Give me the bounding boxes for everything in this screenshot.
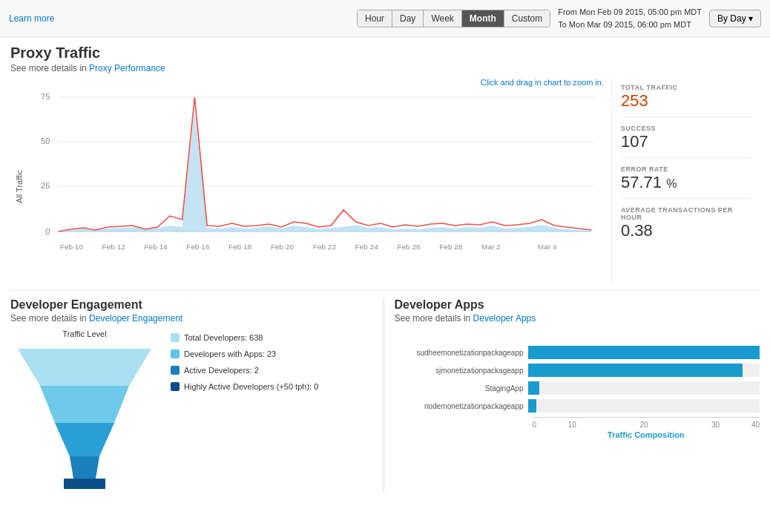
bar-label-1: sjmonetizationpackageapp	[395, 367, 528, 375]
dev-apps-link[interactable]: Developer Apps	[473, 313, 536, 324]
by-day-button[interactable]: By Day ▾	[709, 10, 761, 27]
date-range-line2: To Mon Mar 09 2015, 06:00 pm MDT	[558, 19, 702, 31]
legend-item-0: Total Developers: 638	[171, 329, 318, 346]
x-label-1: 10	[536, 421, 608, 429]
avg-transactions-value: 0.38	[621, 221, 751, 240]
developer-apps-section: Developer Apps See more details in Devel…	[384, 298, 760, 492]
bar-row-2: StagingApp	[395, 381, 760, 395]
date-range: From Mon Feb 09 2015, 05:00 pm MDT To Mo…	[558, 6, 702, 30]
funnel-area: Traffic Level	[10, 329, 376, 492]
bar-label-0: sudheemonetizationpackageapp	[395, 349, 528, 357]
total-traffic-stat: TOTAL TRAFFIC 253	[621, 84, 751, 117]
svg-marker-24	[70, 456, 99, 479]
total-traffic-value: 253	[621, 91, 751, 111]
traffic-chart-svg: 0 25 50 75 Feb 10 Feb 12 Feb 14 Feb 16 F…	[25, 90, 604, 283]
legend-text-3: Highly Active Developers (+50 tph): 0	[184, 378, 318, 395]
bar-track-3	[528, 399, 760, 413]
legend-item-3: Highly Active Developers (+50 tph): 0	[171, 378, 318, 395]
custom-button[interactable]: Custom	[504, 10, 550, 27]
day-button[interactable]: Day	[392, 10, 424, 27]
funnel-svg	[10, 341, 159, 490]
stats-panel: TOTAL TRAFFIC 253 SUCCESS 107 ERROR RATE…	[611, 78, 760, 283]
time-period-buttons: Hour Day Week Month Custom	[357, 10, 550, 27]
svg-text:Feb 28: Feb 28	[439, 243, 462, 250]
bar-row-1: sjmonetizationpackageapp	[395, 364, 760, 377]
svg-text:Feb 24: Feb 24	[355, 243, 379, 250]
funnel-title: Traffic Level	[10, 329, 159, 338]
zoom-hint: Click and drag in chart to zoom in.	[10, 78, 611, 87]
chart-container: All Traffic 0 25 50	[10, 90, 604, 283]
svg-marker-20	[59, 108, 592, 232]
dev-engagement-title: Developer Engagement	[10, 298, 376, 312]
proxy-traffic-title: Proxy Traffic	[10, 45, 760, 62]
svg-text:Feb 12: Feb 12	[102, 243, 125, 250]
dev-engagement-subtitle: See more details in Developer Engagement	[10, 313, 376, 324]
svg-text:Feb 20: Feb 20	[271, 243, 294, 250]
error-rate-stat: ERROR RATE 57.71 %	[621, 165, 751, 199]
error-rate-value: 57.71 %	[621, 173, 751, 192]
month-button[interactable]: Month	[462, 10, 504, 27]
traffic-comp-label: Traffic Composition	[533, 430, 760, 439]
svg-rect-25	[64, 479, 105, 489]
svg-text:25: 25	[41, 182, 50, 190]
top-bar: Learn more Hour Day Week Month Custom Fr…	[0, 0, 770, 37]
legend-text-0: Total Developers: 638	[184, 329, 263, 346]
svg-text:Mar 4: Mar 4	[538, 243, 557, 250]
svg-marker-23	[55, 423, 114, 456]
funnel-chart: Traffic Level	[10, 329, 159, 492]
dev-apps-title: Developer Apps	[395, 298, 760, 312]
svg-text:50: 50	[41, 137, 50, 145]
dev-apps-subtitle: See more details in Developer Apps	[395, 313, 760, 324]
avg-transactions-label: AVERAGE TRANSACTIONS PER HOUR	[621, 206, 751, 221]
svg-marker-22	[40, 386, 129, 423]
date-range-line1: From Mon Feb 09 2015, 05:00 pm MDT	[558, 6, 702, 19]
svg-text:Feb 14: Feb 14	[144, 243, 168, 250]
legend-color-3	[171, 382, 180, 391]
bar-fill-3	[528, 399, 537, 413]
svg-text:Feb 16: Feb 16	[186, 243, 209, 250]
chart-area: Click and drag in chart to zoom in. All …	[10, 78, 611, 283]
avg-transactions-stat: AVERAGE TRANSACTIONS PER HOUR 0.38	[621, 206, 751, 246]
x-label-3: 30	[679, 421, 751, 429]
learn-more-link[interactable]: Learn more	[9, 13, 54, 24]
dev-engagement-link[interactable]: Developer Engagement	[89, 313, 182, 324]
x-label-4: 40	[751, 421, 760, 429]
legend-color-1	[171, 349, 180, 358]
proxy-traffic-section: Proxy Traffic See more details in Proxy …	[10, 45, 760, 283]
bar-x-axis: 0 10 20 30 40	[533, 417, 760, 429]
developer-engagement-section: Developer Engagement See more details in…	[10, 298, 384, 492]
y-axis-label: All Traffic	[10, 90, 25, 283]
chart-svg-wrapper: 0 25 50 75 Feb 10 Feb 12 Feb 14 Feb 16 F…	[25, 90, 604, 283]
bar-chart-area: sudheemonetizationpackageapp sjmonetizat…	[395, 346, 760, 439]
legend-color-0	[171, 333, 180, 342]
week-button[interactable]: Week	[424, 10, 461, 27]
success-value: 107	[621, 132, 751, 151]
success-label: SUCCESS	[621, 125, 751, 132]
legend-item-1: Developers with Apps: 23	[171, 346, 318, 362]
proxy-traffic-wrapper: Click and drag in chart to zoom in. All …	[10, 78, 760, 283]
error-rate-label: ERROR RATE	[621, 165, 751, 173]
bar-track-0	[528, 346, 760, 359]
main-content: Proxy Traffic See more details in Proxy …	[0, 37, 770, 499]
svg-text:75: 75	[41, 93, 50, 101]
svg-text:Feb 10: Feb 10	[60, 243, 83, 250]
bar-label-3: nodemonetizationpackageapp	[395, 402, 528, 410]
x-label-2: 20	[608, 421, 680, 429]
svg-marker-21	[18, 349, 151, 386]
svg-text:Mar 2: Mar 2	[481, 243, 501, 250]
svg-text:0: 0	[45, 228, 50, 236]
legend-text-1: Developers with Apps: 23	[184, 346, 276, 362]
proxy-performance-link[interactable]: Proxy Performance	[89, 63, 165, 73]
time-controls: Hour Day Week Month Custom From Mon Feb …	[357, 6, 761, 30]
bar-fill-2	[528, 381, 540, 395]
legend-text-2: Active Developers: 2	[184, 362, 259, 378]
hour-button[interactable]: Hour	[358, 10, 392, 27]
total-traffic-label: TOTAL TRAFFIC	[621, 84, 751, 91]
legend-item-2: Active Developers: 2	[171, 362, 318, 378]
svg-text:Feb 18: Feb 18	[228, 243, 251, 250]
bar-row-0: sudheemonetizationpackageapp	[395, 346, 760, 359]
proxy-traffic-subtitle: See more details in Proxy Performance	[10, 63, 760, 73]
svg-text:Feb 22: Feb 22	[313, 243, 336, 250]
success-stat: SUCCESS 107	[621, 125, 751, 158]
bar-row-3: nodemonetizationpackageapp	[395, 399, 760, 413]
